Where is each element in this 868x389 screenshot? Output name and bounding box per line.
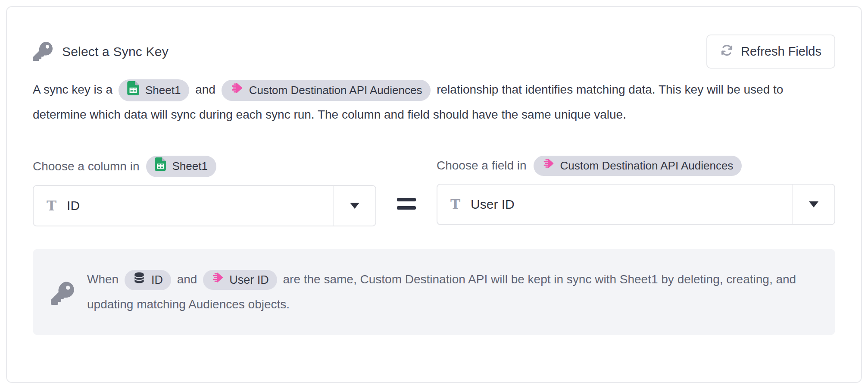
header-row: Select a Sync Key Refresh Fields xyxy=(33,35,835,69)
equals-operator xyxy=(397,198,416,210)
field-select-value: User ID xyxy=(471,197,515,212)
field-key-badge-label: User ID xyxy=(229,272,269,289)
source-badge-label: Sheet1 xyxy=(172,158,207,175)
destination-badge: Custom Destination API Audiences xyxy=(534,156,742,176)
description-text: A sync key is a xyxy=(33,83,112,96)
refresh-icon xyxy=(720,44,734,60)
sync-key-card: Select a Sync Key Refresh Fields A sync … xyxy=(6,6,862,383)
database-icon xyxy=(133,271,146,289)
destination-badge: Custom Destination API Audiences xyxy=(222,80,431,101)
column-section: Choose a column in She xyxy=(33,156,376,226)
field-select-value-wrap: T User ID xyxy=(437,185,792,224)
text-type-icon: T xyxy=(450,197,460,212)
field-select[interactable]: T User ID xyxy=(437,184,835,225)
field-key-badge: User ID xyxy=(203,270,277,290)
text-type-icon: T xyxy=(47,198,56,213)
destination-badge-label: Custom Destination API Audiences xyxy=(560,158,734,174)
field-section: Choose a field in Custom Destination API… xyxy=(437,156,835,226)
sync-key-mapping-row: Choose a column in She xyxy=(33,156,835,226)
column-select-value: ID xyxy=(67,198,80,213)
description: A sync key is a Sheet1 and xyxy=(33,77,835,127)
spreadsheet-icon xyxy=(127,81,139,100)
column-key-badge-label: ID xyxy=(151,272,163,289)
destination-arrow-icon xyxy=(211,271,224,289)
equals-bar xyxy=(397,198,416,201)
field-label: Choose a field in Custom Destination API… xyxy=(437,156,835,176)
destination-arrow-icon xyxy=(230,82,243,99)
equals-column xyxy=(376,156,437,226)
source-badge: Sheet1 xyxy=(146,156,216,177)
sync-key-info-box: When ID and xyxy=(33,249,835,335)
caret-down-icon xyxy=(350,203,359,209)
field-select-dropdown-toggle[interactable] xyxy=(792,185,834,224)
page-title: Select a Sync Key xyxy=(62,44,169,59)
info-text-part: and xyxy=(177,273,197,286)
column-select-dropdown-toggle[interactable] xyxy=(333,186,375,226)
column-key-badge: ID xyxy=(125,270,171,290)
refresh-fields-button[interactable]: Refresh Fields xyxy=(706,35,835,69)
destination-arrow-icon xyxy=(542,157,554,174)
destination-badge-label: Custom Destination API Audiences xyxy=(249,82,422,99)
info-text: When ID and xyxy=(87,267,818,317)
caret-down-icon xyxy=(809,201,818,207)
info-text-part: When xyxy=(87,273,119,286)
column-select[interactable]: T ID xyxy=(33,185,376,226)
field-label-text: Choose a field in xyxy=(437,159,527,173)
description-text: and xyxy=(195,83,215,96)
column-label-text: Choose a column in xyxy=(33,160,139,173)
title-wrap: Select a Sync Key xyxy=(33,41,169,63)
column-label: Choose a column in She xyxy=(33,156,376,177)
refresh-button-label: Refresh Fields xyxy=(741,44,821,59)
source-badge-label: Sheet1 xyxy=(145,82,181,99)
source-badge: Sheet1 xyxy=(119,79,189,102)
equals-bar xyxy=(397,206,416,210)
spreadsheet-icon xyxy=(155,157,166,176)
column-select-value-wrap: T ID xyxy=(34,186,333,226)
key-icon xyxy=(33,41,53,63)
key-icon xyxy=(50,280,75,307)
